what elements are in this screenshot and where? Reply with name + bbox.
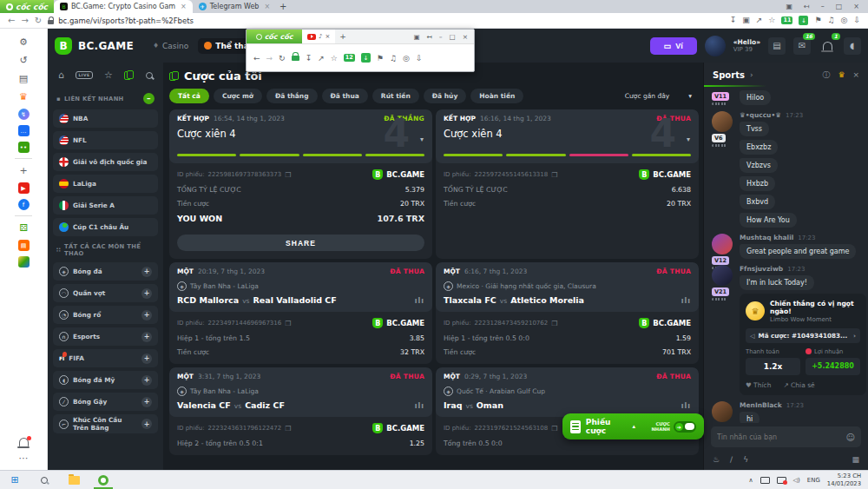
nav-casino[interactable]: ♦ Casino	[147, 38, 194, 54]
copy-icon[interactable]: ❒	[285, 425, 291, 433]
reload-button[interactable]: ↻	[279, 54, 286, 63]
back-button[interactable]: ←	[253, 54, 260, 63]
share-button[interactable]: ↗ Chia sẻ	[783, 381, 814, 389]
filter-all[interactable]: Tất cả	[169, 89, 209, 103]
taskbar-clock[interactable]: 5:23 CH 14/01/2023	[827, 472, 861, 487]
language-indicator[interactable]: ENG	[807, 477, 820, 484]
pip-icon[interactable]: ▣	[786, 3, 792, 10]
chat-input-box[interactable]: ☺	[711, 426, 861, 447]
copy-icon[interactable]: ❒	[551, 171, 557, 179]
chat-room-tab[interactable]: Sports	[713, 70, 745, 80]
stats-icon[interactable]: ılı	[415, 402, 424, 410]
avatar[interactable]	[712, 401, 733, 422]
trophy-icon[interactable]: ♛	[838, 70, 845, 79]
save-page-icon[interactable]: ↧	[306, 54, 312, 63]
game-portal-icon[interactable]	[18, 256, 30, 268]
downloads-tray-icon[interactable]: ⇩	[853, 17, 860, 24]
chat-toggle-icon[interactable]: ◖	[844, 37, 861, 55]
session-restore-icon[interactable]: ↤	[804, 3, 810, 10]
chat-username[interactable]: ♛•quccu•♛	[740, 111, 781, 119]
sidebar-item-american-football[interactable]: ◖Bóng đá Mỹ+	[53, 371, 158, 389]
minimize-button[interactable]: –	[439, 33, 443, 41]
close-button[interactable]: ×	[853, 3, 859, 10]
stats-icon[interactable]: ılı	[681, 402, 691, 410]
translate-icon[interactable]: ▣	[742, 17, 750, 24]
copy-icon[interactable]: ❒	[551, 425, 557, 433]
media-icon[interactable]: ♫	[390, 54, 397, 63]
collapse-button[interactable]: –	[143, 93, 155, 104]
maximize-button[interactable]: □	[450, 33, 456, 41]
expand-caret-icon[interactable]: ▾	[420, 135, 424, 143]
youtube-icon[interactable]: ▶	[18, 182, 30, 194]
coccoc-taskbar-icon[interactable]	[89, 471, 118, 489]
calendar-badge[interactable]: 12	[344, 54, 355, 62]
restore-button[interactable]: □	[836, 3, 843, 10]
expand-plus-button[interactable]: +	[141, 375, 152, 386]
mail-icon[interactable]: ✉16	[793, 37, 811, 55]
taskbar-search-icon[interactable]	[30, 471, 59, 489]
expand-plus-button[interactable]: +	[141, 354, 152, 364]
favorites-star-icon[interactable]: ☆	[104, 69, 113, 81]
bell-icon[interactable]: 1	[819, 37, 836, 55]
expand-plus-button[interactable]: +	[141, 267, 152, 277]
bcgame-logo-text[interactable]: BC.GAME	[78, 40, 134, 52]
share-button[interactable]: SHARE	[177, 235, 424, 251]
new-tab-button[interactable]: +	[276, 0, 290, 13]
user-info[interactable]: «Hello» VIP 39	[733, 38, 760, 53]
chat-username[interactable]: MenInBlack	[740, 401, 782, 409]
games-icon[interactable]: ••	[18, 142, 30, 153]
add-shortcut-icon[interactable]: +	[17, 164, 30, 177]
messenger-icon[interactable]: ↯	[18, 109, 30, 120]
user-avatar[interactable]	[705, 36, 726, 56]
sidebar-item-cricket[interactable]: ⁄Bóng Gậy+	[53, 393, 158, 411]
green-download-icon[interactable]: ↓	[799, 16, 808, 25]
emoji-icon[interactable]: ☺	[846, 433, 855, 442]
expand-plus-button[interactable]: +	[141, 288, 152, 299]
betslip-button[interactable]: Phiếu cược ▴ CƯỢC NHANH ➔	[562, 413, 704, 439]
profile-icon[interactable]: ◎	[403, 54, 410, 63]
sidebar-item-laliga[interactable]: LaLiga	[53, 175, 158, 193]
copy-icon[interactable]: ❒	[285, 171, 291, 179]
chat-username[interactable]: Ffnsjuvziwb	[740, 265, 783, 273]
volume-icon[interactable]: ◁)	[793, 477, 800, 484]
reload-button[interactable]: ↻	[35, 17, 42, 25]
bet-share-card[interactable]: ♛ Chiến thắng có vị ngọt ngào! Limbo Wow…	[740, 294, 866, 395]
dice-game-icon[interactable]: ⚄	[17, 221, 30, 235]
close-chat-icon[interactable]: ×	[852, 70, 859, 79]
address-bar[interactable]: bc.game/vi/sports?bt-path=%2Fbets	[48, 17, 724, 25]
hidden-icons-chevron[interactable]: ∧	[748, 477, 753, 484]
sidebar-item-championship[interactable]: Giải vô địch quốc gia	[53, 153, 158, 171]
filter-cancelled[interactable]: Đã hủy	[424, 89, 467, 103]
extension-icon[interactable]: ⚑	[377, 54, 384, 63]
bookmark-star-icon[interactable]: ☆	[768, 17, 775, 24]
sidebar-item-fifa[interactable]: FIFIFA+	[53, 349, 158, 367]
expand-plus-button[interactable]: +	[141, 332, 152, 342]
media-icon[interactable]: ♫	[828, 17, 835, 24]
profile-icon[interactable]: ◎	[841, 17, 848, 24]
tab-bcgame[interactable]: B BC.Game: Crypto Casino Gam ×	[54, 0, 193, 13]
keyboard-icon[interactable]: ▦	[852, 455, 859, 464]
youtube-tab[interactable]: ♪ ×	[302, 30, 335, 43]
url-text[interactable]: bc.game/vi/sports?bt-path=%2Fbets	[58, 17, 194, 25]
my-bets-icon[interactable]	[124, 70, 134, 80]
session-restore-icon[interactable]: ↤	[427, 33, 432, 41]
hot-topics-icon[interactable]: ♨	[713, 455, 720, 464]
filter-lost[interactable]: Đã thua	[322, 89, 368, 103]
filter-open[interactable]: Cược mở	[214, 89, 262, 103]
info-icon[interactable]: ⓘ	[822, 69, 830, 81]
newsfeed-icon[interactable]: ▤	[17, 72, 30, 85]
recording-tray-icon[interactable]	[777, 477, 786, 484]
forward-button[interactable]: →	[21, 17, 28, 25]
quick-bet-toggle[interactable]: ➔	[674, 421, 696, 433]
pip-icon[interactable]: ▣	[413, 33, 419, 41]
like-button[interactable]: ♥ Thích	[746, 381, 771, 389]
avatar[interactable]	[712, 111, 733, 132]
home-icon[interactable]: ⌂	[58, 69, 64, 81]
sidebar-item-champions-league[interactable]: Cúp C1 châu Âu	[53, 218, 158, 236]
plugin-icon[interactable]: ϟ	[743, 455, 748, 464]
chat-username[interactable]: Mushtaq khalil	[740, 234, 793, 241]
back-button[interactable]: ←	[8, 17, 15, 25]
sidebar-item-basketball[interactable]: ◔Bóng rổ+	[53, 306, 158, 324]
chevron-right-icon[interactable]: ›	[750, 70, 753, 79]
sidebar-item-ice-hockey[interactable]: ⌐Khúc Côn Cầu Trên Băng+	[53, 414, 158, 433]
